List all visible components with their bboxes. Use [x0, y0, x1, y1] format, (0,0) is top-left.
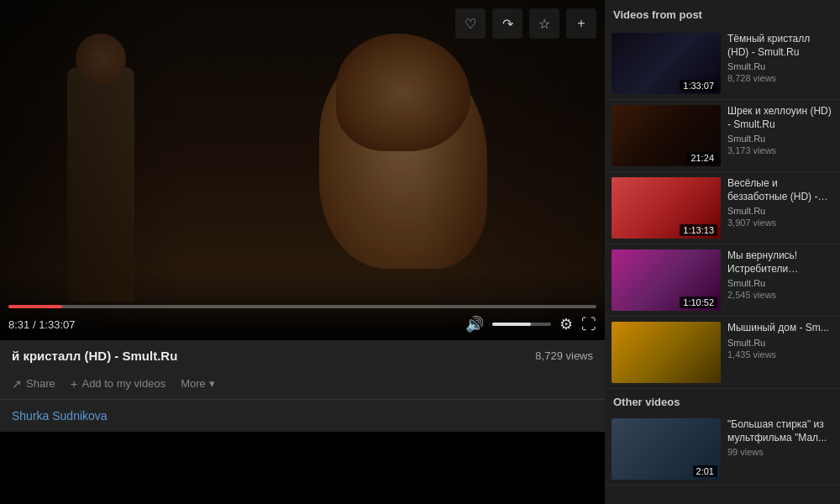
progress-bar[interactable] [8, 305, 596, 308]
video-list-info: Мышиный дом - Sm... Smult.Ru 1,435 views [727, 322, 833, 383]
thumbnail: 1:10:52 [612, 249, 721, 311]
video-info-bar: й кристалл (HD) - Smult.Ru 8,729 views [0, 340, 605, 371]
list-item[interactable]: 1:10:52 Мы вернулись! Истребители диноза… [605, 244, 840, 317]
video-list-channel: Smult.Ru [727, 206, 833, 216]
more-button[interactable]: More ▾ [181, 377, 215, 390]
volume-icon: 🔊 [465, 315, 484, 333]
video-list-channel: Smult.Ru [727, 61, 833, 71]
video-list-info: Весёлые и беззаботные (HD) - Smult.Ru Sm… [727, 177, 833, 239]
thumbnail: 2:01 [612, 418, 721, 480]
channel-row: Shurka Sudnikova [0, 400, 605, 432]
share-arrow-icon: ↗ [12, 377, 22, 391]
fullscreen-button[interactable]: ⛶ [581, 316, 596, 333]
video-list-views: 1,435 views [727, 349, 833, 360]
star-button[interactable]: ☆ [529, 8, 559, 39]
video-list-title: Весёлые и беззаботные (HD) - Smult.Ru [727, 177, 833, 203]
heart-icon: ♡ [465, 16, 476, 32]
thumb-duration: 21:24 [687, 152, 717, 164]
video-list-channel: Smult.Ru [727, 278, 833, 288]
video-list-title: Шрек и хеллоуин (HD) - Smult.Ru [727, 105, 833, 131]
sidebar: Videos from post 1:33:07 Тёмный кристалл… [605, 0, 840, 504]
list-item[interactable]: 21:24 Шрек и хеллоуин (HD) - Smult.Ru Sm… [605, 100, 840, 172]
add-icon-button[interactable]: + [566, 8, 596, 39]
list-item[interactable]: 1:33:07 Тёмный кристалл (HD) - Smult.Ru … [605, 28, 840, 100]
video-list-title: Мышиный дом - Sm... [727, 322, 833, 335]
controls-row: 8:31 / 1:33:07 🔊 ⚙ ⛶ [8, 315, 596, 333]
video-list-views: 2,545 views [727, 290, 833, 300]
player-section: ♡ ↷ ☆ + 8:31 / 1:33:07 🔊 [0, 0, 605, 504]
video-list-views: 3,173 views [727, 145, 833, 155]
video-controls: 8:31 / 1:33:07 🔊 ⚙ ⛶ [0, 298, 605, 340]
other-videos-title: Other videos [605, 389, 840, 413]
video-list-info: Шрек и хеллоуин (HD) - Smult.Ru Smult.Ru… [727, 105, 833, 166]
video-list-views: 99 views [727, 447, 833, 457]
fullscreen-icon: ⛶ [581, 316, 596, 333]
plus-icon: + [577, 16, 585, 31]
thumbnail [612, 322, 721, 383]
scene-overlay [0, 0, 605, 340]
thumb-duration: 1:13:13 [680, 224, 717, 236]
video-list-channel: Smult.Ru [727, 338, 833, 348]
thumbnail: 1:33:07 [612, 33, 721, 94]
star-icon: ☆ [538, 16, 550, 32]
video-list-views: 8,728 views [727, 73, 833, 83]
heart-button[interactable]: ♡ [455, 8, 486, 39]
list-item[interactable]: 1:13:13 Весёлые и беззаботные (HD) - Smu… [605, 172, 840, 244]
progress-fill [8, 305, 62, 308]
thumbnail: 1:13:13 [612, 177, 721, 239]
volume-slider[interactable] [492, 323, 551, 326]
time-display: 8:31 / 1:33:07 [8, 318, 76, 331]
share-icon-button[interactable]: ↷ [492, 8, 522, 39]
from-post-title: Videos from post [605, 0, 840, 28]
share-button[interactable]: ↗ Share [12, 377, 55, 391]
video-list-title: Мы вернулись! Истребители динозавров (HD… [727, 249, 833, 276]
video-list-info: "Большая стирка" из мультфильма "Мал... … [727, 418, 833, 480]
video-list-title: Тёмный кристалл (HD) - Smult.Ru [727, 33, 833, 59]
other-videos-list: 2:01 "Большая стирка" из мультфильма "Ма… [605, 413, 840, 486]
thumb-image [612, 322, 721, 383]
video-container[interactable]: ♡ ↷ ☆ + 8:31 / 1:33:07 🔊 [0, 0, 605, 340]
thumb-duration: 1:10:52 [680, 297, 717, 308]
volume-button[interactable]: 🔊 [465, 315, 484, 333]
video-list-channel: Smult.Ru [727, 134, 833, 144]
from-post-list: 1:33:07 Тёмный кристалл (HD) - Smult.Ru … [605, 28, 840, 389]
video-title: й кристалл (HD) - Smult.Ru [12, 349, 177, 363]
settings-button[interactable]: ⚙ [559, 315, 573, 333]
video-list-info: Мы вернулись! Истребители динозавров (HD… [727, 249, 833, 311]
list-item[interactable]: Мышиный дом - Sm... Smult.Ru 1,435 views [605, 317, 840, 389]
add-plus-icon: + [71, 376, 78, 391]
video-frame [0, 0, 605, 340]
share-icon: ↷ [502, 16, 513, 32]
video-list-views: 3,907 views [727, 218, 833, 228]
channel-name[interactable]: Shurka Sudnikova [12, 409, 108, 423]
video-views: 8,729 views [535, 349, 593, 362]
add-to-videos-button[interactable]: + Add to my videos [71, 376, 165, 391]
video-actions-bar: ↗ Share + Add to my videos More ▾ [0, 371, 605, 400]
chevron-down-icon: ▾ [209, 377, 215, 390]
volume-fill [492, 323, 531, 326]
thumb-duration: 1:33:07 [680, 80, 717, 92]
video-list-title: "Большая стирка" из мультфильма "Мал... [727, 418, 833, 444]
video-top-icons: ♡ ↷ ☆ + [455, 8, 596, 39]
list-item[interactable]: 2:01 "Большая стирка" из мультфильма "Ма… [605, 413, 840, 486]
video-list-info: Тёмный кристалл (HD) - Smult.Ru Smult.Ru… [727, 33, 833, 94]
settings-icon: ⚙ [559, 315, 573, 333]
thumbnail: 21:24 [612, 105, 721, 166]
thumb-duration: 2:01 [693, 465, 717, 477]
